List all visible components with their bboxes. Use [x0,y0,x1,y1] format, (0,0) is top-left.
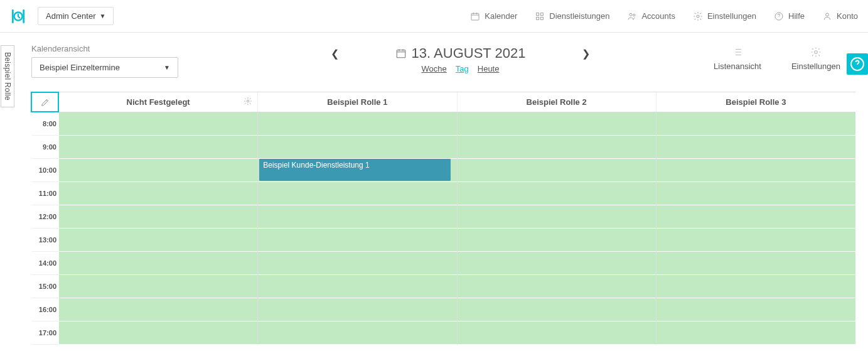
time-slot[interactable] [656,275,855,298]
nav-einstellungen[interactable]: Einstellungen [693,11,756,21]
calendar-event[interactable]: Beispiel Kunde-Dienstleistung 1 [259,159,450,181]
time-slot[interactable] [258,136,456,159]
svg-rect-2 [537,13,539,15]
list-icon [732,46,743,58]
time-slot[interactable] [458,136,656,159]
svg-point-7 [633,14,635,16]
view-heute[interactable]: Heute [478,64,500,73]
view-switch: Woche Tag Heute [422,64,500,73]
column-label: Beispiel Rolle 2 [527,97,587,107]
nav-dienstleistungen[interactable]: Dienstleistungen [535,11,609,21]
view-label: Kalenderansicht [31,44,207,53]
main-area: Kalenderansicht Beispiel Einzeltermine ▼… [31,44,855,351]
time-slot[interactable] [59,136,257,159]
view-woche[interactable]: Woche [422,64,447,73]
time-slot[interactable] [656,136,855,159]
time-slot[interactable] [258,275,456,298]
time-slot[interactable] [656,298,855,321]
time-slot[interactable] [258,298,456,321]
time-slot[interactable] [458,159,656,182]
help-icon [774,11,784,21]
time-slot[interactable] [59,321,257,345]
time-slot[interactable] [59,275,257,298]
time-slot[interactable] [458,112,656,136]
nav-hilfe[interactable]: Hilfe [774,11,805,21]
time-slot[interactable] [458,321,656,345]
nav-kalender-label: Kalender [485,11,517,21]
caret-down-icon: ▼ [164,64,170,71]
pencil-icon [40,97,50,107]
time-slot[interactable] [458,229,656,252]
calendar-icon [395,48,407,59]
svg-point-8 [697,15,699,18]
time-slot[interactable] [59,159,257,182]
day-col-nicht-festgelegt[interactable] [59,112,258,345]
time-slot[interactable] [656,112,855,136]
time-slot[interactable] [458,205,656,229]
time-slot[interactable] [656,159,855,182]
time-slot[interactable] [59,112,257,136]
gear-icon [244,97,252,105]
admin-center-label: Admin Center [46,11,95,21]
time-slot[interactable] [59,205,257,229]
column-label: Beispiel Rolle 1 [327,97,387,107]
time-slot[interactable] [458,275,656,298]
prev-date-button[interactable]: ❮ [331,48,339,60]
time-slot[interactable] [59,182,257,205]
column-label: Nicht Festgelegt [127,97,190,107]
edit-column-header[interactable] [31,92,59,112]
time-slot[interactable] [656,205,855,229]
time-slot[interactable] [656,229,855,252]
time-slot[interactable] [59,252,257,275]
time-slot[interactable] [458,252,656,275]
app-logo[interactable] [10,8,26,24]
toolbar-center: ❮ 13. AUGUST 2021 ❯ Woche Tag Heute [207,44,714,73]
time-slot[interactable] [258,252,456,275]
time-slot[interactable] [258,321,456,345]
grid-icon [535,11,545,21]
column-rolle-1: Beispiel Rolle 1 [258,92,457,112]
svg-rect-5 [541,17,544,19]
time-slot[interactable] [258,182,456,205]
nav-kalender[interactable]: Kalender [470,11,517,21]
next-date-button[interactable]: ❯ [582,48,590,60]
date-display[interactable]: 13. AUGUST 2021 [395,45,526,62]
side-tab-beispiel-rolle[interactable]: Beispiel Rolle [1,45,14,107]
toolbar-left: Kalenderansicht Beispiel Einzeltermine ▼ [31,44,207,78]
time-slot[interactable] [258,229,456,252]
day-col-rolle-2[interactable] [458,112,656,345]
current-date: 13. AUGUST 2021 [412,45,526,62]
time-slot[interactable] [59,298,257,321]
admin-center-dropdown[interactable]: Admin Center ▼ [38,7,114,25]
time-slot[interactable] [656,182,855,205]
day-col-rolle-3[interactable] [656,112,855,345]
caret-down-icon: ▼ [99,13,105,19]
day-col-rolle-1[interactable]: Beispiel Kunde-Dienstleistung 1 [258,112,457,345]
time-slot[interactable] [458,298,656,321]
calendar-icon [470,11,480,21]
nav-accounts[interactable]: Accounts [627,11,675,21]
time-column: 8:009:0010:0011:0012:0013:0014:0015:0016… [31,112,59,345]
time-slot[interactable] [656,252,855,275]
column-rolle-2: Beispiel Rolle 2 [458,92,656,112]
svg-point-14 [247,100,250,102]
settings-label: Einstellungen [791,62,840,71]
column-settings-button[interactable] [244,97,252,107]
svg-point-10 [826,13,829,16]
settings-button[interactable]: Einstellungen [791,46,840,71]
time-slot[interactable] [656,321,855,345]
calendar-body: 8:009:0010:0011:0012:0013:0014:0015:0016… [31,112,855,345]
time-label: 16:00 [31,298,59,321]
time-label: 15:00 [31,275,59,298]
view-tag[interactable]: Tag [456,64,469,73]
listview-button[interactable]: Listenansicht [714,46,761,71]
time-slot[interactable] [59,229,257,252]
nav-konto[interactable]: Konto [822,11,858,21]
time-label: 14:00 [31,252,59,275]
view-select[interactable]: Beispiel Einzeltermine ▼ [31,57,178,78]
time-slot[interactable] [258,112,456,136]
time-slot[interactable] [458,182,656,205]
column-label: Beispiel Rolle 3 [726,97,786,107]
svg-rect-4 [537,17,539,19]
time-slot[interactable] [258,205,456,229]
